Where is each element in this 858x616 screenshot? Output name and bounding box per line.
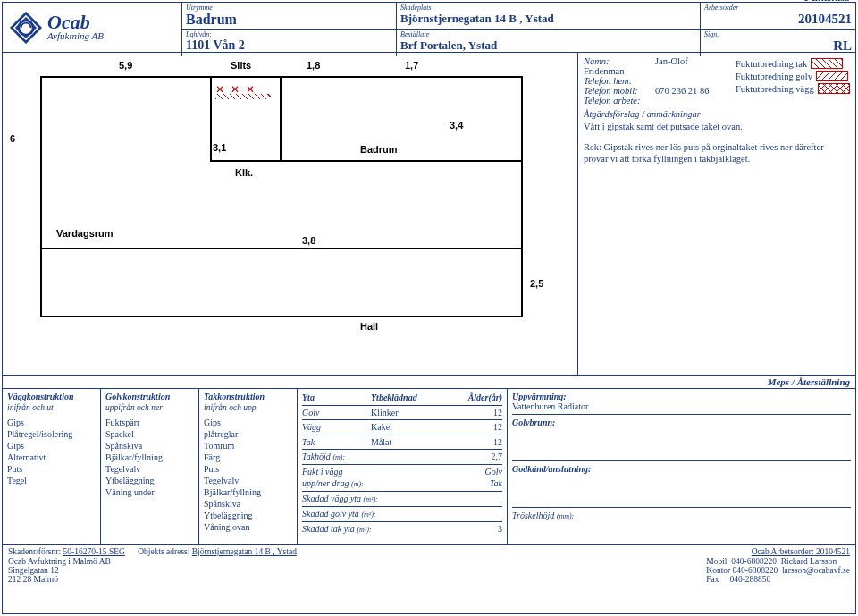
company: Ocab Avfuktning i Malmö AB (8, 557, 111, 566)
header: Ocab Avfuktning AB Utrymme Badrum Lgh/vå… (3, 3, 855, 53)
tables: Väggkonstruktion inifrån och ut Gips Plå… (3, 388, 855, 545)
troskel-u: (mm): (557, 512, 575, 520)
dim-38: 3,8 (302, 235, 315, 246)
arbets-l: Ocab Arbetsorder: (752, 547, 814, 556)
sty-u: (m²): (357, 526, 371, 534)
takhojd-l: Takhöjd (302, 451, 331, 461)
dim-34: 3,4 (450, 120, 463, 131)
telarb-label: Telefon arbete: (584, 96, 655, 105)
arbetsorder-value: 20104521 (704, 12, 852, 27)
page: Fuktskiss Ocab Avfuktning AB Utrymme Bad… (2, 2, 856, 614)
col-vaggkonstruktion: Väggkonstruktion inifrån och ut Gips Plå… (3, 389, 101, 544)
tak-i1: plåtreglar (204, 428, 292, 440)
tak-h: Takkonstruktion (204, 392, 292, 401)
legend-vagg-icon (818, 83, 850, 94)
bestallare-label: Beställare (400, 30, 696, 38)
tak-i0: Gips (204, 417, 292, 428)
svy-u: (m²): (364, 495, 378, 503)
sty-l: Skadad tak yta (302, 524, 355, 534)
takhojd-v: 2,7 (458, 451, 502, 463)
arbetsorder-label: Arbetsorder (704, 4, 852, 12)
tak-i4: Puts (204, 463, 292, 475)
golvk-i0: Fuktspärr (105, 417, 194, 428)
fukt-g: Golv (400, 466, 502, 478)
objadr-l: Objekts adress: (138, 547, 189, 556)
dim-31: 3,1 (213, 142, 226, 153)
yta-h1: Yta (302, 392, 365, 404)
yta-r2c2: 12 (458, 436, 502, 449)
utrymme-label: Utrymme (186, 4, 392, 12)
golvk-i1: Spackel (105, 428, 194, 440)
kontor-l: Kontor (706, 566, 730, 575)
troskel-l: Tröskelhöjd (512, 511, 554, 520)
room-hall: Hall (360, 321, 378, 332)
upp-u: (m): (351, 480, 364, 488)
golvbrunn-l: Golvbrunn: (512, 418, 851, 427)
tak-i3: Färg (204, 451, 292, 463)
lgh-label: Lgh/vån: (186, 30, 392, 38)
skadeplats-label: Skadeplats (400, 4, 696, 12)
vagg-h: Väggkonstruktion (7, 392, 96, 401)
addr2: 212 28 Malmö (8, 575, 111, 584)
lgh-value: 1101 Vån 2 (186, 38, 392, 53)
tak-i7: Spånskiva (204, 498, 292, 510)
vagg-s: inifrån och ut (7, 403, 96, 412)
yta-r0c0: Golv (302, 407, 365, 419)
telmobil-value: 070 236 21 86 (655, 86, 709, 96)
tak-i6: Bjälkar/fyllning (204, 486, 292, 498)
col-takkonstruktion: Takkonstruktion inifrån och upp Gips plå… (199, 389, 298, 544)
footer-row2: Ocab Avfuktning i Malmö AB Singelgatan 1… (3, 557, 855, 586)
mobil-v: 040-6808220 (731, 557, 777, 566)
legend-tak-icon (811, 58, 843, 69)
vagg-i3: Alternativt (7, 451, 96, 463)
yta-h2: Ytbeklädnad (371, 392, 451, 404)
objadr-v: Björnstjernegatan 14 B , Ystad (192, 547, 297, 556)
golvk-i3: Bjälkar/fyllning (105, 451, 194, 463)
logo-sub: Avfuktning AB (47, 30, 104, 41)
upp-l: upp/ner drag (302, 478, 349, 488)
yta-r2c1: Målat (371, 436, 451, 449)
vagg-i5: Tegel (7, 475, 96, 486)
yta-r0c2: 12 (458, 407, 502, 419)
dim-25: 2,5 (530, 278, 543, 289)
sign-value: RL (704, 38, 852, 54)
yta-r1c0: Vägg (302, 421, 365, 434)
sign-label: Sign. (704, 30, 852, 38)
legend-tak-label: Fuktutbredning tak (736, 59, 807, 69)
telmobil-label: Telefon mobil: (584, 86, 655, 96)
takhojd-u: (m): (332, 453, 345, 461)
fax-l: Fax (706, 575, 719, 584)
golvk-h: Golvkonstruktion (105, 392, 194, 401)
tak-i9: Våning ovan (204, 521, 292, 533)
header-fields: Utrymme Badrum Lgh/vån: 1101 Vån 2 Skade… (181, 3, 855, 52)
upp-t: Tak (400, 477, 502, 490)
legend-golv-icon (816, 71, 848, 81)
dim-slits: Slits (231, 60, 251, 71)
dim-17: 1,7 (405, 60, 418, 71)
arbets-v: 20104521 (816, 547, 850, 556)
golvk-i6: Våning under (105, 486, 194, 498)
sgy-l: Skadad golv yta (302, 509, 359, 519)
addr1: Singelgatan 12 (8, 566, 111, 575)
yta-r0c1: Klinker (371, 407, 451, 419)
golvk-i4: Tegelvalv (105, 463, 194, 475)
tak-i5: Tegelvalv (204, 475, 292, 486)
golvk-i5: Ytbeläggning (105, 475, 194, 486)
vagg-i1: Plåtregel/isolering (7, 428, 96, 440)
col-uppvarmning: Uppvärmning: Vattenburen Radiator Golvbr… (508, 389, 855, 544)
utrymme-value: Badrum (186, 12, 392, 28)
telhem-label: Telefon hem: (584, 76, 655, 86)
yta-r1c2: 12 (458, 421, 502, 434)
atgard-line1: Vått i gipstak samt det putsade taket ov… (584, 121, 850, 132)
yta-r2c0: Tak (302, 436, 365, 449)
logo-block: Ocab Avfuktning AB (3, 3, 181, 52)
mobil-l: Mobil (706, 557, 727, 566)
godkand-l: Godkänd/anslutning: (512, 464, 851, 474)
skadeplats-value: Björnstjernegatan 14 B , Ystad (400, 12, 696, 26)
ocab-logo-icon (10, 12, 42, 44)
legend-vagg-label: Fuktutbredning vägg (736, 84, 814, 94)
yta-h3: Ålder(år) (458, 392, 502, 404)
dim-59: 5,9 (119, 60, 132, 71)
main-row: ✕ ✕ ✕ 6 5,9 Slits 1,8 1,7 3,1 3,4 3,8 2,… (3, 53, 855, 375)
floor-sketch: ✕ ✕ ✕ 6 5,9 Slits 1,8 1,7 3,1 3,4 3,8 2,… (3, 53, 578, 375)
